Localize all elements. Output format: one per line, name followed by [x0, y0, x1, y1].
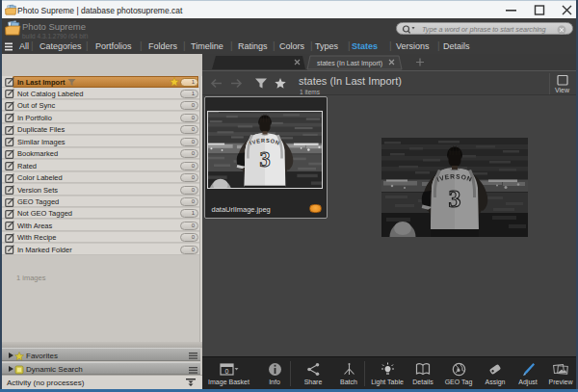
svg-text:0: 0 [224, 368, 228, 375]
svg-text:states (In Last Import): states (In Last Import) [317, 60, 382, 67]
